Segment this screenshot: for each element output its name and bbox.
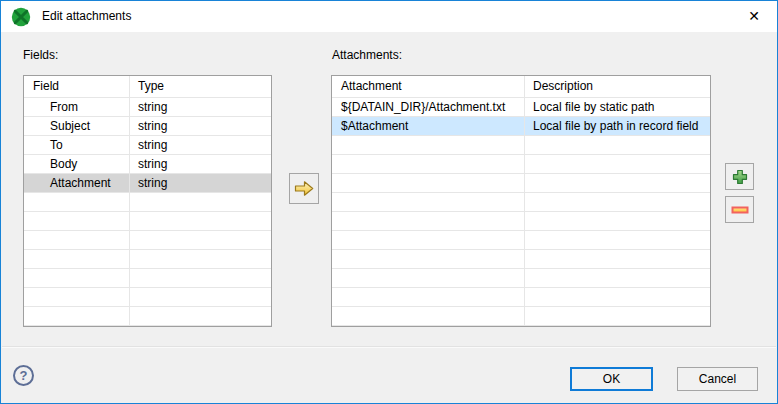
attachment-value: $Attachment xyxy=(332,117,524,135)
add-attachment-button[interactable] xyxy=(725,163,754,190)
app-logo-icon xyxy=(11,7,31,27)
question-mark-icon: ? xyxy=(20,368,28,383)
fields-col-field: Field xyxy=(24,76,129,97)
field-name: Attachment xyxy=(24,174,129,192)
empty-row xyxy=(332,250,710,269)
empty-row xyxy=(24,250,271,269)
minus-icon xyxy=(731,204,749,216)
attachments-col-attachment: Attachment xyxy=(332,76,524,97)
empty-row xyxy=(332,231,710,250)
empty-row xyxy=(332,136,710,155)
move-right-button[interactable] xyxy=(289,173,319,204)
field-name: To xyxy=(24,136,129,154)
attachments-label: Attachments: xyxy=(332,48,402,63)
empty-row xyxy=(332,174,710,193)
cancel-button[interactable]: Cancel xyxy=(677,367,758,391)
fields-label: Fields: xyxy=(23,48,58,63)
table-row-selected[interactable]: $Attachment Local file by path in record… xyxy=(332,117,710,136)
table-row[interactable]: Body string xyxy=(24,155,271,174)
attachment-description: Local file by static path xyxy=(525,98,710,116)
button-bar-separator xyxy=(2,346,776,348)
empty-row xyxy=(332,212,710,231)
edit-attachments-dialog: Edit attachments ✕ Fields: Attachments: … xyxy=(0,0,778,404)
table-row-selected[interactable]: Attachment string xyxy=(24,174,271,193)
window-title: Edit attachments xyxy=(42,1,131,31)
empty-row xyxy=(332,288,710,307)
empty-row xyxy=(332,155,710,174)
attachment-value: ${DATAIN_DIR}/Attachment.txt xyxy=(332,98,524,116)
attachments-col-description: Description xyxy=(525,76,710,97)
field-name: Subject xyxy=(24,117,129,135)
move-right-arrow-icon xyxy=(294,180,314,197)
fields-table-header: Field Type xyxy=(24,76,271,98)
fields-table: Field Type From string Subject string To… xyxy=(23,75,272,327)
ok-button[interactable]: OK xyxy=(570,367,653,391)
field-type: string xyxy=(130,155,271,173)
empty-row xyxy=(24,288,271,307)
close-icon[interactable]: ✕ xyxy=(731,1,777,31)
empty-row xyxy=(24,269,271,288)
field-type: string xyxy=(130,136,271,154)
empty-row xyxy=(24,193,271,212)
attachments-table: Attachment Description ${DATAIN_DIR}/Att… xyxy=(331,75,711,327)
field-type: string xyxy=(130,174,271,192)
field-type: string xyxy=(130,117,271,135)
empty-row xyxy=(332,307,710,326)
field-name: From xyxy=(24,98,129,116)
empty-row xyxy=(332,193,710,212)
table-row[interactable]: ${DATAIN_DIR}/Attachment.txt Local file … xyxy=(332,98,710,117)
empty-row xyxy=(332,269,710,288)
empty-row xyxy=(24,212,271,231)
field-type: string xyxy=(130,98,271,116)
table-row[interactable]: To string xyxy=(24,136,271,155)
attachments-table-header: Attachment Description xyxy=(332,76,710,98)
titlebar: Edit attachments ✕ xyxy=(1,1,777,32)
table-row[interactable]: From string xyxy=(24,98,271,117)
attachment-description: Local file by path in record field xyxy=(525,117,710,135)
fields-col-type: Type xyxy=(130,76,271,97)
field-name: Body xyxy=(24,155,129,173)
empty-row xyxy=(24,231,271,250)
help-button[interactable]: ? xyxy=(13,365,34,386)
empty-row xyxy=(24,307,271,326)
remove-attachment-button[interactable] xyxy=(725,196,754,223)
plus-icon xyxy=(732,169,748,185)
table-row[interactable]: Subject string xyxy=(24,117,271,136)
